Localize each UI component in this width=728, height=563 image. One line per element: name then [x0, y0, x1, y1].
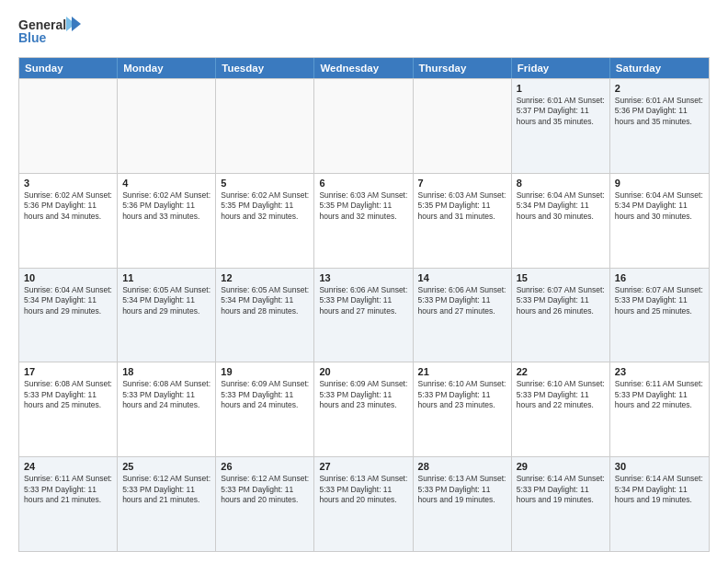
calendar-cell: 28Sunrise: 6:13 AM Sunset: 5:33 PM Dayli…	[414, 457, 512, 551]
day-info: Sunrise: 6:03 AM Sunset: 5:35 PM Dayligh…	[319, 190, 407, 222]
calendar-cell: 5Sunrise: 6:02 AM Sunset: 5:35 PM Daylig…	[216, 174, 314, 268]
day-info: Sunrise: 6:07 AM Sunset: 5:33 PM Dayligh…	[517, 285, 605, 316]
day-number: 23	[615, 366, 704, 377]
day-info: Sunrise: 6:02 AM Sunset: 5:35 PM Dayligh…	[221, 190, 309, 222]
day-number: 18	[122, 366, 210, 377]
weekday-header-tuesday: Tuesday	[216, 58, 314, 78]
day-info: Sunrise: 6:10 AM Sunset: 5:33 PM Dayligh…	[418, 379, 506, 410]
week-row-4: 17Sunrise: 6:08 AM Sunset: 5:33 PM Dayli…	[19, 362, 709, 456]
day-number: 25	[122, 461, 210, 472]
day-info: Sunrise: 6:06 AM Sunset: 5:33 PM Dayligh…	[319, 285, 407, 316]
day-number: 16	[615, 272, 704, 283]
weekday-header-sunday: Sunday	[19, 58, 118, 78]
calendar-cell: 15Sunrise: 6:07 AM Sunset: 5:33 PM Dayli…	[512, 269, 610, 362]
calendar-cell: 25Sunrise: 6:12 AM Sunset: 5:33 PM Dayli…	[118, 457, 216, 551]
logo: GeneralBlue	[18, 15, 83, 48]
day-number: 29	[517, 461, 605, 472]
weekday-header-thursday: Thursday	[414, 58, 512, 78]
day-number: 8	[517, 178, 605, 189]
day-info: Sunrise: 6:02 AM Sunset: 5:36 PM Dayligh…	[24, 190, 112, 222]
day-info: Sunrise: 6:09 AM Sunset: 5:33 PM Dayligh…	[319, 379, 407, 410]
day-info: Sunrise: 6:12 AM Sunset: 5:33 PM Dayligh…	[221, 474, 309, 505]
calendar-cell: 1Sunrise: 6:01 AM Sunset: 5:37 PM Daylig…	[512, 79, 610, 173]
calendar-cell: 3Sunrise: 6:02 AM Sunset: 5:36 PM Daylig…	[19, 174, 118, 268]
day-info: Sunrise: 6:04 AM Sunset: 5:34 PM Dayligh…	[517, 190, 605, 222]
calendar-cell	[314, 79, 413, 173]
day-info: Sunrise: 6:05 AM Sunset: 5:34 PM Dayligh…	[122, 285, 210, 316]
day-info: Sunrise: 6:04 AM Sunset: 5:34 PM Dayligh…	[24, 285, 112, 316]
day-number: 27	[319, 461, 407, 472]
day-number: 28	[418, 461, 506, 472]
day-info: Sunrise: 6:01 AM Sunset: 5:36 PM Dayligh…	[615, 96, 704, 127]
day-number: 20	[319, 366, 407, 377]
svg-text:Blue: Blue	[18, 30, 47, 45]
day-info: Sunrise: 6:02 AM Sunset: 5:36 PM Dayligh…	[122, 190, 210, 222]
calendar-cell: 22Sunrise: 6:10 AM Sunset: 5:33 PM Dayli…	[512, 362, 610, 456]
day-number: 10	[24, 272, 112, 283]
day-info: Sunrise: 6:13 AM Sunset: 5:33 PM Dayligh…	[418, 474, 506, 505]
calendar: SundayMondayTuesdayWednesdayThursdayFrid…	[18, 57, 710, 552]
calendar-cell	[118, 79, 216, 173]
calendar-cell: 30Sunrise: 6:14 AM Sunset: 5:34 PM Dayli…	[610, 457, 709, 551]
day-info: Sunrise: 6:07 AM Sunset: 5:33 PM Dayligh…	[615, 285, 704, 316]
day-number: 24	[24, 461, 112, 472]
calendar-cell: 18Sunrise: 6:08 AM Sunset: 5:33 PM Dayli…	[118, 362, 216, 456]
day-info: Sunrise: 6:03 AM Sunset: 5:35 PM Dayligh…	[418, 190, 506, 222]
week-row-5: 24Sunrise: 6:11 AM Sunset: 5:33 PM Dayli…	[19, 456, 709, 551]
weekday-header-saturday: Saturday	[610, 58, 709, 78]
day-info: Sunrise: 6:09 AM Sunset: 5:33 PM Dayligh…	[221, 379, 309, 410]
calendar-cell: 2Sunrise: 6:01 AM Sunset: 5:36 PM Daylig…	[610, 79, 709, 173]
day-number: 19	[221, 366, 309, 377]
day-info: Sunrise: 6:08 AM Sunset: 5:33 PM Dayligh…	[24, 379, 112, 410]
calendar-cell: 24Sunrise: 6:11 AM Sunset: 5:33 PM Dayli…	[19, 457, 118, 551]
week-row-2: 3Sunrise: 6:02 AM Sunset: 5:36 PM Daylig…	[19, 173, 709, 268]
calendar-cell: 17Sunrise: 6:08 AM Sunset: 5:33 PM Dayli…	[19, 362, 118, 456]
calendar-cell: 11Sunrise: 6:05 AM Sunset: 5:34 PM Dayli…	[118, 269, 216, 362]
day-info: Sunrise: 6:12 AM Sunset: 5:33 PM Dayligh…	[122, 474, 210, 505]
day-number: 7	[418, 178, 506, 189]
calendar-cell: 9Sunrise: 6:04 AM Sunset: 5:34 PM Daylig…	[610, 174, 709, 268]
calendar-cell: 20Sunrise: 6:09 AM Sunset: 5:33 PM Dayli…	[314, 362, 413, 456]
day-info: Sunrise: 6:04 AM Sunset: 5:34 PM Dayligh…	[615, 190, 704, 222]
day-number: 26	[221, 461, 309, 472]
day-number: 22	[517, 366, 605, 377]
calendar-cell	[19, 79, 118, 173]
day-number: 4	[122, 178, 210, 189]
day-number: 30	[615, 461, 704, 472]
day-number: 3	[24, 178, 112, 189]
day-info: Sunrise: 6:05 AM Sunset: 5:34 PM Dayligh…	[221, 285, 309, 316]
day-number: 17	[24, 366, 112, 377]
calendar-cell: 21Sunrise: 6:10 AM Sunset: 5:33 PM Dayli…	[414, 362, 512, 456]
logo-icon: GeneralBlue	[18, 15, 83, 48]
week-row-3: 10Sunrise: 6:04 AM Sunset: 5:34 PM Dayli…	[19, 268, 709, 362]
calendar-body: 1Sunrise: 6:01 AM Sunset: 5:37 PM Daylig…	[19, 78, 709, 551]
day-number: 21	[418, 366, 506, 377]
weekday-header-monday: Monday	[118, 58, 216, 78]
day-number: 15	[517, 272, 605, 283]
calendar-cell: 27Sunrise: 6:13 AM Sunset: 5:33 PM Dayli…	[314, 457, 413, 551]
day-number: 11	[122, 272, 210, 283]
calendar-cell: 16Sunrise: 6:07 AM Sunset: 5:33 PM Dayli…	[610, 269, 709, 362]
weekday-header-friday: Friday	[512, 58, 610, 78]
svg-marker-3	[72, 17, 81, 31]
calendar-cell: 6Sunrise: 6:03 AM Sunset: 5:35 PM Daylig…	[314, 174, 413, 268]
day-number: 14	[418, 272, 506, 283]
day-info: Sunrise: 6:13 AM Sunset: 5:33 PM Dayligh…	[319, 474, 407, 505]
day-number: 1	[517, 83, 605, 94]
calendar-cell	[216, 79, 314, 173]
day-number: 12	[221, 272, 309, 283]
day-number: 5	[221, 178, 309, 189]
day-number: 6	[319, 178, 407, 189]
calendar-cell: 12Sunrise: 6:05 AM Sunset: 5:34 PM Dayli…	[216, 269, 314, 362]
calendar-cell: 7Sunrise: 6:03 AM Sunset: 5:35 PM Daylig…	[414, 174, 512, 268]
day-number: 9	[615, 178, 704, 189]
day-info: Sunrise: 6:06 AM Sunset: 5:33 PM Dayligh…	[418, 285, 506, 316]
day-number: 13	[319, 272, 407, 283]
day-info: Sunrise: 6:14 AM Sunset: 5:34 PM Dayligh…	[615, 474, 704, 505]
week-row-1: 1Sunrise: 6:01 AM Sunset: 5:37 PM Daylig…	[19, 78, 709, 173]
day-info: Sunrise: 6:14 AM Sunset: 5:33 PM Dayligh…	[517, 474, 605, 505]
calendar-cell: 8Sunrise: 6:04 AM Sunset: 5:34 PM Daylig…	[512, 174, 610, 268]
calendar-cell: 19Sunrise: 6:09 AM Sunset: 5:33 PM Dayli…	[216, 362, 314, 456]
calendar-cell: 13Sunrise: 6:06 AM Sunset: 5:33 PM Dayli…	[314, 269, 413, 362]
calendar-cell: 26Sunrise: 6:12 AM Sunset: 5:33 PM Dayli…	[216, 457, 314, 551]
